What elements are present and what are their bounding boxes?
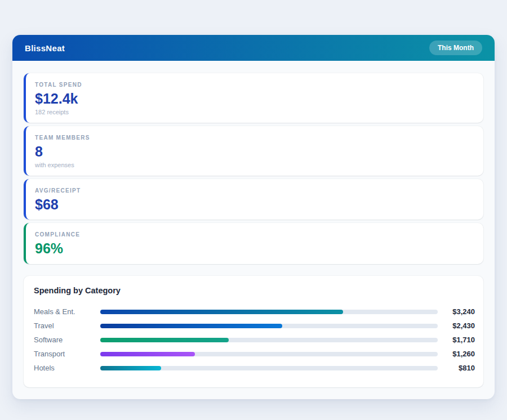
period-badge-button[interactable]: This Month — [429, 41, 482, 55]
bar-fill — [100, 338, 229, 342]
stat-card: TEAM MEMBERS 8 with expenses — [24, 126, 483, 176]
stat-label: AVG/RECEIPT — [35, 187, 474, 194]
chart-rows: Meals & Ent. $3,240 Travel $2,430 Softwa… — [34, 305, 475, 375]
chart-row-label: Meals & Ent. — [34, 307, 100, 316]
chart-row-value: $3,240 — [438, 307, 475, 316]
stat-label: TEAM MEMBERS — [35, 135, 474, 141]
stat-label: TOTAL SPEND — [35, 82, 474, 88]
chart-row-value: $810 — [438, 364, 475, 372]
stat-label: COMPLIANCE — [35, 231, 474, 238]
stat-card: TOTAL SPEND $12.4k 182 receipts — [24, 73, 483, 123]
chart-row-label: Travel — [34, 321, 100, 330]
stat-value: 96% — [35, 240, 474, 257]
stats-section: TOTAL SPEND $12.4k 182 receipts TEAM MEM… — [12, 61, 495, 264]
chart-row: Hotels $810 — [34, 361, 475, 375]
app-title: BlissNeat — [25, 43, 65, 53]
chart-row-label: Transport — [34, 350, 100, 358]
chart-row-label: Hotels — [34, 364, 100, 372]
bar-track — [100, 338, 438, 342]
bar-fill — [100, 352, 195, 356]
bar-fill — [100, 310, 343, 314]
bar-track — [100, 366, 438, 370]
stat-value: 8 — [35, 144, 474, 160]
bar-track — [100, 310, 438, 314]
bar-track — [100, 352, 438, 356]
chart-row-value: $1,260 — [438, 350, 475, 358]
spending-chart-card: Spending by Category Meals & Ent. $3,240… — [24, 276, 483, 387]
chart-row-value: $1,710 — [438, 336, 475, 344]
stat-card: COMPLIANCE 96% — [24, 223, 483, 264]
bar-fill — [100, 324, 282, 328]
stat-subtext: with expenses — [35, 162, 474, 168]
bar-track — [100, 324, 438, 328]
stat-card: AVG/RECEIPT $68 — [24, 179, 483, 220]
chart-row: Travel $2,430 — [34, 319, 475, 333]
stat-subtext: 182 receipts — [35, 109, 474, 115]
chart-row: Transport $1,260 — [34, 347, 475, 361]
app-header: BlissNeat This Month — [12, 35, 495, 61]
chart-title: Spending by Category — [34, 286, 475, 295]
stat-value: $12.4k — [35, 91, 474, 107]
chart-row: Meals & Ent. $3,240 — [34, 305, 475, 319]
stat-value: $68 — [35, 196, 474, 213]
chart-row-label: Software — [34, 336, 100, 344]
bar-fill — [100, 366, 161, 370]
dashboard-panel: BlissNeat This Month TOTAL SPEND $12.4k … — [12, 35, 495, 399]
chart-row-value: $2,430 — [438, 321, 475, 330]
chart-row: Software $1,710 — [34, 333, 475, 347]
